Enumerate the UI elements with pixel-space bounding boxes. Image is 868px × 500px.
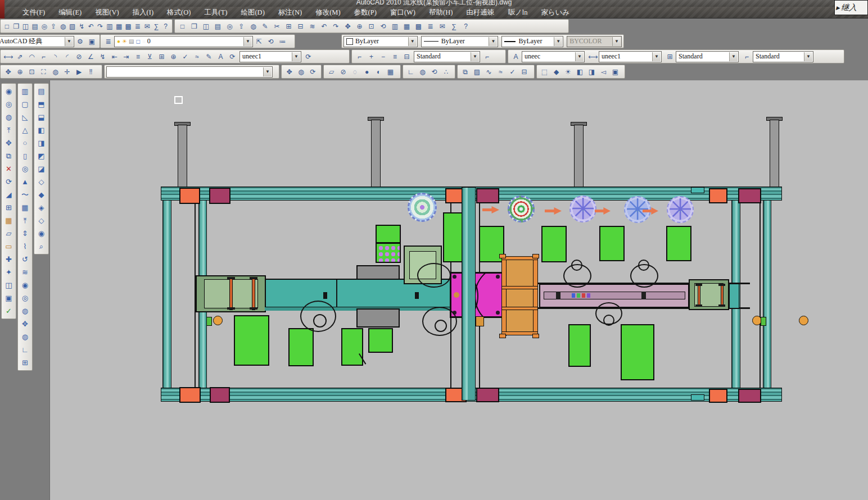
quickcalc-icon[interactable]: ∑ <box>152 20 161 32</box>
pyramid-icon[interactable]: ▲ <box>19 175 32 188</box>
rotary-dot[interactable] <box>453 275 456 279</box>
layer-previous-icon[interactable]: ⟲ <box>265 35 277 47</box>
menu-item-6[interactable]: 绘图(D) <box>234 7 271 18</box>
revolve-icon[interactable]: ↺ <box>19 253 32 266</box>
swatch-icon[interactable]: ■ <box>142 39 146 44</box>
planar-surface-icon[interactable]: ▦ <box>19 201 32 214</box>
extrude-faces-icon[interactable]: ⤒ <box>2 124 16 137</box>
save-icon[interactable]: ◫ <box>21 20 30 32</box>
spline-edit-icon[interactable]: ≈ <box>495 66 507 78</box>
properties-icon[interactable]: ▥ <box>105 20 115 32</box>
delete-faces-icon[interactable]: ✕ <box>2 162 16 175</box>
floating-toolbar-fragment[interactable]: ▶ 继⼊ <box>834 0 868 15</box>
tension-pin[interactable] <box>229 278 233 310</box>
loft-icon[interactable]: ≋ <box>19 266 32 279</box>
intersect-icon[interactable]: ◍ <box>2 111 16 124</box>
pin-cap[interactable] <box>695 284 702 286</box>
ucs-icon[interactable]: ∟ <box>405 66 417 78</box>
index-wheel[interactable] <box>408 193 437 222</box>
corner-block[interactable] <box>179 387 201 403</box>
ladder-foot[interactable] <box>499 254 506 258</box>
corner-block[interactable] <box>179 188 200 204</box>
pallet-green[interactable] <box>341 328 363 366</box>
3d-pan-icon[interactable]: ✥ <box>283 66 295 78</box>
ucs-world-icon[interactable]: ◍ <box>417 66 428 78</box>
belt-sensor[interactable] <box>641 292 646 299</box>
paste-icon[interactable]: ⊟ <box>295 20 306 32</box>
pallet-flower-top[interactable] <box>376 225 401 243</box>
3d-align-icon[interactable]: ∟ <box>19 343 32 356</box>
dim-baseline-icon[interactable]: ⇤ <box>108 51 120 62</box>
pallet-flower[interactable] <box>376 243 401 263</box>
chevron-down-icon[interactable]: ▼ <box>243 37 252 46</box>
ladder-foot[interactable] <box>499 334 506 338</box>
chevron-down-icon[interactable]: ▼ <box>471 52 479 61</box>
color-edges-icon[interactable]: ▭ <box>2 240 16 253</box>
copy-edges-icon[interactable]: ▱ <box>2 227 16 240</box>
dim-jogline-icon[interactable]: ≈ <box>191 51 203 62</box>
zoom-realtime-icon[interactable]: ⊕ <box>354 20 365 32</box>
menu-item-2[interactable]: 视图(V) <box>88 7 125 18</box>
ucs-3point-icon[interactable]: ∴ <box>440 66 452 78</box>
chevron-down-icon[interactable]: ▼ <box>575 52 584 61</box>
sweep-icon[interactable]: ⌇ <box>19 240 32 253</box>
dimstyle-dropdown[interactable]: uneec1 ▼ <box>239 51 301 62</box>
dim-continue-icon[interactable]: ⇥ <box>120 51 132 62</box>
pallet-green[interactable] <box>568 324 591 367</box>
dim-aligned-icon[interactable]: ⇗ <box>14 51 26 62</box>
menu-item-9[interactable]: 参数(P) <box>347 7 383 18</box>
designcenter-icon[interactable]: ▦ <box>114 20 124 32</box>
gripper-outline[interactable] <box>571 260 582 271</box>
column-3[interactable] <box>574 125 584 188</box>
dim-spacing-icon[interactable]: ≡ <box>132 51 144 62</box>
menu-item-14[interactable]: 家らいみ <box>534 7 576 18</box>
front-view-icon[interactable]: ◩ <box>35 149 48 162</box>
right-view-icon[interactable]: ◨ <box>35 137 48 149</box>
lock-icon[interactable]: ◻ <box>135 39 140 44</box>
index-wheel[interactable]: ✳ <box>667 196 694 223</box>
dim-update-icon[interactable]: ⟳ <box>227 51 238 62</box>
print-icon[interactable]: ▤ <box>212 20 224 32</box>
print-icon[interactable]: ▤ <box>30 20 40 32</box>
menu-item-5[interactable]: 工具(T) <box>197 7 234 18</box>
clamp-knob[interactable] <box>799 316 808 325</box>
press-module-bottom[interactable] <box>356 308 400 328</box>
menu-item-0[interactable]: 文件(F) <box>16 7 52 18</box>
belt-divider[interactable] <box>336 280 337 307</box>
zoom-extents-icon[interactable]: ⛶ <box>38 66 49 78</box>
app-icon[interactable] <box>0 0 4 19</box>
tension-pin[interactable] <box>252 278 255 310</box>
menu-item-4[interactable]: 格式(O) <box>160 7 197 18</box>
cut-icon[interactable]: ✂ <box>271 20 283 32</box>
orbit-icon[interactable]: ◍ <box>49 66 61 78</box>
menu-item-13[interactable]: 眅ノln <box>501 7 534 18</box>
lights-icon[interactable]: ☀ <box>562 66 574 78</box>
rotary-dot[interactable] <box>496 275 500 279</box>
box-icon[interactable]: ▢ <box>19 98 32 111</box>
quick-dim-icon[interactable]: ↯ <box>97 51 108 62</box>
cylinder-icon[interactable]: ▯ <box>19 149 32 162</box>
zoom-realtime-icon[interactable]: ⊕ <box>14 66 26 78</box>
rotate-faces-icon[interactable]: ⟳ <box>2 175 16 188</box>
plot-icon[interactable]: ▤ <box>129 39 134 44</box>
shell-icon[interactable]: ▣ <box>2 292 16 304</box>
leg-center[interactable] <box>462 187 476 401</box>
open-icon[interactable]: ❐ <box>188 20 200 32</box>
table-style-icon[interactable]: ⊞ <box>664 51 676 62</box>
offset-faces-icon[interactable]: ⧉ <box>2 149 16 162</box>
open-icon[interactable]: ❐ <box>12 20 21 32</box>
menu-item-11[interactable]: 帮助(H) <box>422 7 459 18</box>
gripper-outline[interactable] <box>638 260 649 271</box>
clamp-green[interactable] <box>761 317 766 326</box>
ne-isometric-icon[interactable]: ◈ <box>35 201 48 214</box>
workspace-save-icon[interactable]: ▣ <box>86 35 98 47</box>
pallet-green[interactable] <box>234 315 269 366</box>
column-1[interactable] <box>178 125 187 188</box>
corner-block[interactable] <box>709 389 727 403</box>
end-teal-bit[interactable] <box>729 284 739 308</box>
ladder-post[interactable] <box>533 256 538 336</box>
new-icon[interactable]: □ <box>177 20 188 32</box>
corner-block[interactable] <box>738 389 761 403</box>
clean-icon[interactable]: ✦ <box>2 266 16 279</box>
intersect-icon[interactable]: ◍ <box>19 304 32 317</box>
